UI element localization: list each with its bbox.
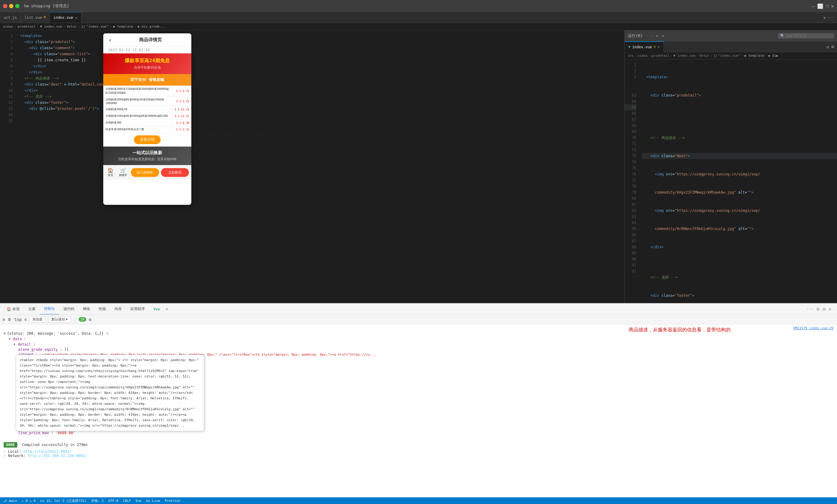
table-row: 快速享满1000减100单品无门槛 3.1-3.31: [104, 126, 191, 133]
nav-forward-btn[interactable]: →: [661, 33, 664, 39]
network-url[interactable]: http://192.168.31.226:8081/: [28, 454, 87, 458]
view-detail-button[interactable]: 查看详情: [134, 135, 161, 144]
devtools-tab-perf[interactable]: 性能: [94, 304, 110, 315]
view-detail-btn[interactable]: 查看详情: [103, 133, 191, 147]
table-row: 分期购满300返30 3.1-12.31: [104, 106, 191, 113]
devtools-tab-sources[interactable]: 源代码: [59, 304, 79, 315]
devtools-undock-icon[interactable]: ⊡: [823, 306, 826, 312]
devtools-actions: ··· ⚙ ⊡ ✕: [168, 306, 835, 312]
detail-key: detail: [18, 342, 31, 347]
suning-text: 苏宁支付 省钱攻略: [130, 77, 164, 82]
welcome-label: 欢迎: [13, 306, 20, 312]
field-key: alone_grade_equity: [18, 348, 58, 352]
close-icon[interactable]: ✕: [831, 3, 834, 9]
devtools-tab-console[interactable]: 控制台: [40, 304, 59, 315]
app-local: - Local: http://localhost:8081/: [4, 449, 833, 454]
run-label[interactable]: 运行(R): [628, 33, 643, 39]
split-icon[interactable]: ⇅: [823, 16, 825, 20]
local-url[interactable]: http://localhost:8081/: [23, 449, 72, 454]
obj-preview: {status: 200, message: 'success', data: …: [7, 331, 104, 336]
status-bar: ⎇ main ⚠ 0 △ 0 Ln 15, Col 5 (已选择725) 空格:…: [0, 497, 837, 504]
add-to-cart-btn[interactable]: 加入购物车: [131, 168, 159, 177]
git-branch: ⎇ main: [3, 499, 17, 503]
prettier[interactable]: Prettier: [165, 499, 181, 503]
rbc-template: ◆ template: [744, 54, 764, 58]
rbc-prodetail: prodetail: [652, 54, 670, 58]
tab-label: index.vue: [53, 16, 73, 20]
bc-sep5: ›: [110, 24, 112, 29]
detail-colon: :: [33, 342, 35, 347]
data-colon: :: [24, 337, 26, 341]
field-val: '6699.00': [56, 431, 75, 435]
devtools-console[interactable]: 商品描述，从服务器返回的信息看，是带结构的 VM21579 index.vue:…: [0, 324, 837, 497]
field-alone-grade-equity: alone_grade_equity : []: [2, 347, 835, 352]
memory-label: 内存: [114, 306, 122, 312]
phone-cart-icon[interactable]: 🛒 购物车: [117, 168, 129, 177]
rbc-di: ◆ di▶: [768, 54, 778, 58]
bc-sep2: ›: [37, 24, 39, 29]
search-box[interactable]: 🔍: [778, 33, 834, 39]
bc-sep1: ›: [14, 24, 16, 29]
go-live[interactable]: Go Live: [146, 499, 160, 503]
phone-home-icon[interactable]: 🏠 首页: [106, 168, 115, 177]
nav-back-btn[interactable]: ←: [656, 33, 659, 39]
devtools-settings-icon[interactable]: ⚙: [817, 306, 820, 312]
maximize-button[interactable]: [15, 4, 19, 8]
close-button[interactable]: [3, 4, 7, 8]
search-input[interactable]: [786, 34, 832, 38]
tab-close-btn[interactable]: ✕: [75, 15, 77, 20]
window-controls: [3, 4, 19, 8]
right-tab-label: index.vue: [632, 45, 652, 49]
phone-suning-banner: 苏宁支付 省钱攻略: [103, 74, 191, 86]
devtools-tab-network[interactable]: 网络: [79, 304, 94, 315]
restore-icon[interactable]: ⬜: [817, 3, 823, 9]
minimize-icon[interactable]: —: [812, 3, 815, 9]
status-spaces: 空格: 2: [91, 499, 104, 503]
right-tab-index-vue[interactable]: ▼ index.vue U ✕: [625, 41, 664, 52]
home-label: 首页: [108, 173, 113, 177]
minimize-button[interactable]: [9, 4, 13, 8]
phone-header: ‹ 商品详情页: [103, 33, 191, 47]
bc-vetur: Vetur: [67, 24, 76, 29]
annotation2-text: 商品描述，从服务器返回的信息看，是带结构的: [629, 327, 731, 333]
status-lang: Vue: [136, 499, 142, 503]
refresh-icon[interactable]: ↺: [826, 44, 829, 49]
buy-now-btn[interactable]: 立刻购买: [161, 168, 189, 177]
devtools-tab-memory[interactable]: 内存: [110, 304, 126, 315]
network-label: 网络: [83, 306, 90, 312]
status-encoding: UTF-8: [108, 499, 119, 503]
vue-label: Vue: [153, 307, 160, 311]
devtools-tab-vue[interactable]: Vue: [149, 304, 164, 315]
devtools-tab-elements[interactable]: 元素: [24, 304, 40, 315]
phone-body[interactable]: 爆款享至高24期免息 自营手机数码会场 苏宁支付 省钱攻略 分期购满3000送1…: [103, 53, 191, 204]
settings-gear-icon[interactable]: ⚙: [89, 317, 91, 322]
compile-text: Compiled successfully in 279ms: [22, 443, 88, 447]
vm-link[interactable]: VM21579 index.vue:29: [793, 326, 833, 330]
modified-indicator: M: [44, 16, 46, 19]
pause-icon[interactable]: ⏸: [7, 317, 12, 322]
devtools-tab-welcome[interactable]: 🏠 欢迎: [2, 304, 24, 315]
expand-icon[interactable]: ⊙: [24, 317, 27, 322]
split-right-icon[interactable]: ⊞: [832, 44, 834, 49]
add-tab-btn[interactable]: +: [165, 306, 168, 312]
tab-uct-js[interactable]: uct.js: [0, 12, 21, 23]
data-row[interactable]: ▼ data :: [2, 336, 835, 342]
fullscreen-icon[interactable]: ❐: [826, 3, 829, 9]
detail-row[interactable]: ▼ detail :: [2, 342, 835, 347]
table-row: 分期购满3000送1500减48满1000减88满100000减82288满10…: [104, 86, 191, 96]
devtools-more-icon[interactable]: ···: [806, 307, 814, 312]
phone-back-btn[interactable]: ‹: [108, 36, 112, 44]
devtools-panel: 🏠 欢迎 元素 控制台 源代码 网络 性能 内存 应用程序: [0, 303, 837, 497]
level-btn[interactable]: 默认级别 ▾: [48, 316, 71, 322]
devtools-tab-app[interactable]: 应用程序: [126, 304, 149, 315]
clear-console-icon[interactable]: ⊘: [2, 317, 5, 322]
unsaved-indicator: U: [654, 45, 656, 49]
more-icon[interactable]: ···: [827, 16, 834, 20]
tab-index-vue[interactable]: index.vue ✕: [50, 12, 82, 23]
filter-btn[interactable]: 筛选器: [29, 316, 46, 322]
right-tab-close[interactable]: ✕: [658, 44, 660, 49]
ellipsis-icon[interactable]: ···: [646, 33, 653, 38]
devtools-close-icon[interactable]: ✕: [829, 306, 832, 312]
phone-date: 2023-03-21 15:01:35: [103, 47, 191, 53]
tab-list-vue[interactable]: list.vue M: [21, 12, 50, 23]
